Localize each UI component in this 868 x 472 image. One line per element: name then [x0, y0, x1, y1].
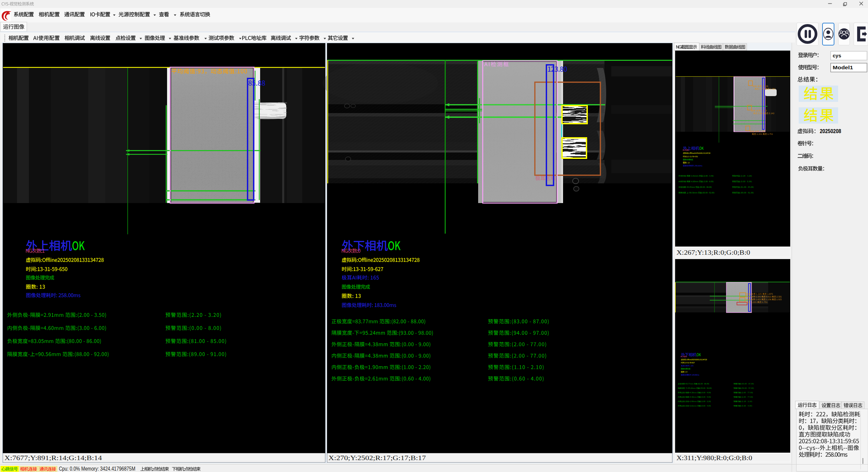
svg-text:Cpu: 0.0% Memory: 3424.41796: Cpu: 0.0% Memory: 3424.41796875M — [59, 466, 135, 472]
svg-text:X:7677;Y:891;R:14;G:14;B:14: X:7677;Y:891;R:14;G:14;B:14 — [4, 454, 102, 461]
svg-text:X:270;Y:2502;R:17;G:17;B:17: X:270;Y:2502;R:17;G:17;B:17 — [328, 454, 426, 461]
svg-text:X:267;Y:13;R:0;G:0;B:0: X:267;Y:13;R:0;G:0;B:0 — [676, 249, 750, 256]
svg-text:X:311;Y:980;R:0;G:0;B:0: X:311;Y:980;R:0;G:0;B:0 — [676, 455, 752, 461]
svg-text:20250208: 20250208 — [820, 128, 841, 134]
svg-text:cys: cys — [833, 53, 841, 58]
svg-text:Model1: Model1 — [833, 65, 853, 70]
